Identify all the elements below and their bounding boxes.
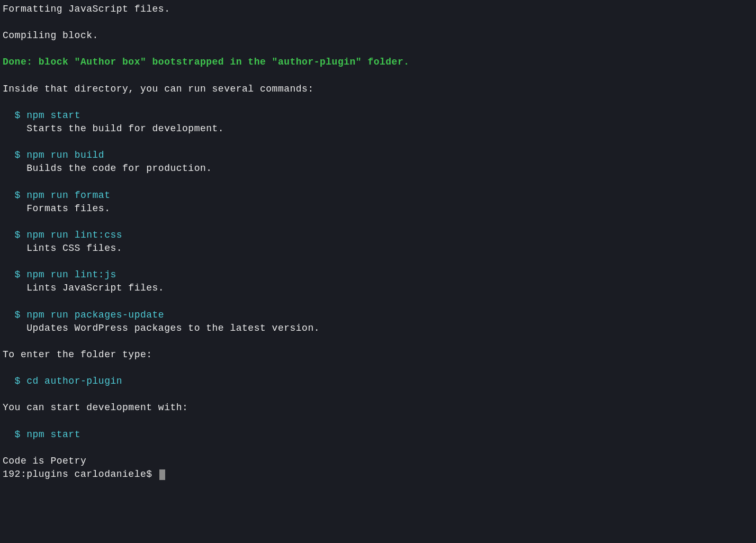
dollar-prompt: $ [3, 269, 26, 280]
dollar-prompt: $ [3, 376, 26, 386]
command-block-npm-lint-css: $ npm run lint:css Lints CSS files. [3, 229, 753, 255]
intro-text: Inside that directory, you can run sever… [3, 83, 753, 96]
dollar-prompt: $ [3, 110, 26, 121]
command-description: Starts the build for development. [3, 122, 753, 135]
status-line-compiling: Compiling block. [3, 29, 753, 42]
command-text: npm run lint:js [26, 269, 116, 280]
status-line-formatting: Formatting JavaScript files. [3, 3, 753, 16]
command-text: npm start [26, 110, 80, 121]
start-dev-text: You can start development with: [3, 401, 753, 414]
cd-command-line: $ cd author-plugin [3, 375, 753, 388]
dollar-prompt: $ [3, 230, 26, 240]
command-block-npm-format: $ npm run format Formats files. [3, 189, 753, 215]
dollar-prompt: $ [3, 190, 26, 201]
command-block-npm-build: $ npm run build Builds the code for prod… [3, 149, 753, 175]
dollar-prompt: $ [3, 310, 26, 320]
command-block-npm-lint-js: $ npm run lint:js Lints JavaScript files… [3, 268, 753, 295]
prompt-text: 192:plugins carlodaniele$ [3, 468, 158, 481]
command-description: Formats files. [3, 202, 753, 215]
npm-start-command: npm start [26, 429, 80, 440]
command-text: npm run lint:css [26, 230, 122, 240]
done-message: Done: block "Author box" bootstrapped in… [3, 56, 753, 69]
command-description: Lints CSS files. [3, 242, 753, 255]
command-text: npm run format [26, 190, 110, 201]
dollar-prompt: $ [3, 429, 26, 440]
enter-folder-text: To enter the folder type: [3, 348, 753, 361]
code-poetry: Code is Poetry [3, 455, 753, 468]
dollar-prompt: $ [3, 150, 26, 160]
command-text: npm run packages-update [26, 310, 164, 320]
command-block-npm-packages-update: $ npm run packages-update Updates WordPr… [3, 309, 753, 335]
npm-start-line: $ npm start [3, 428, 753, 441]
command-block-npm-start: $ npm start Starts the build for develop… [3, 109, 753, 135]
command-description: Builds the code for production. [3, 162, 753, 175]
cursor-icon [159, 469, 165, 480]
command-description: Lints JavaScript files. [3, 282, 753, 295]
command-text: npm run build [26, 150, 104, 160]
cd-command: cd author-plugin [26, 376, 122, 386]
terminal-prompt[interactable]: 192:plugins carlodaniele$ [3, 468, 753, 481]
command-description: Updates WordPress packages to the latest… [3, 322, 753, 335]
